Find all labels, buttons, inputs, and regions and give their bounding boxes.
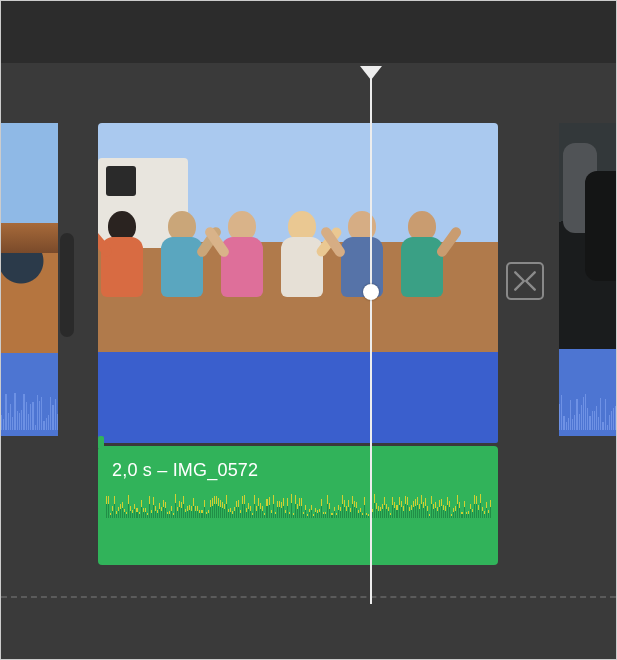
track-divider [1,596,616,598]
waveform-icon [1,390,58,430]
clip-thumbnail [98,123,498,352]
video-clip[interactable] [98,123,498,443]
clip-thumbnail [1,123,58,353]
video-clip[interactable] [559,123,617,436]
toolbar [1,1,616,63]
clip-audio-band[interactable] [559,349,617,436]
clip-audio-band[interactable] [98,352,498,443]
clip-trim-handle[interactable] [60,233,74,337]
waveform-icon [559,390,617,430]
clip-audio-band[interactable] [1,353,58,436]
audio-clip-label: 2,0 s – IMG_0572 [112,460,258,481]
video-clip[interactable] [1,123,58,436]
cross-dissolve-icon [512,268,538,294]
clip-thumbnail [559,123,617,349]
waveform-icon [106,494,490,518]
transition-button[interactable] [506,262,544,300]
attached-audio-clip[interactable]: 2,0 s – IMG_0572 [98,446,498,565]
